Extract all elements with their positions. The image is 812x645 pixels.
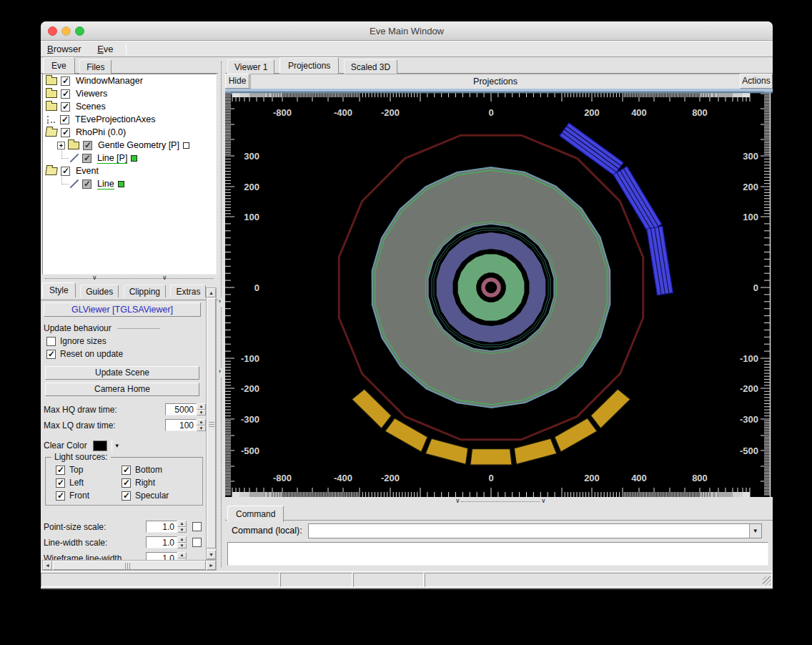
splitter-chevron-icon [541,498,546,504]
clear-color-swatch[interactable] [93,440,107,451]
tab-style[interactable]: Style [42,282,76,297]
checkbox-gentle-geometry[interactable] [83,141,92,150]
tree-label: Line [97,179,114,189]
scrollbar-thumb[interactable] [53,561,206,570]
svg-text:-300: -300 [241,414,259,425]
tree-item-windowmanager[interactable]: WindowManager [43,74,216,87]
tree-item-projectionaxes[interactable]: TEveProjectionAxes [43,113,216,126]
line-width-spinner[interactable]: 1.0 [146,536,187,548]
light-right-checkbox[interactable] [122,478,131,488]
ignore-sizes-checkbox[interactable] [46,337,56,346]
resize-grip-icon[interactable] [763,576,771,585]
checkbox-projectionaxes[interactable] [60,115,69,124]
spin-down-icon [197,425,206,432]
expand-icon[interactable] [57,142,65,149]
right-panel: Viewer 1 Projections Scaled 3D Hide Proj… [225,57,773,571]
menu-divider [126,44,127,55]
checkbox-scenes[interactable] [61,102,70,112]
tree-item-gentle-geometry[interactable]: Gentle Geometry [P] [43,139,216,152]
scroll-left-icon[interactable] [43,561,52,570]
tab-scaled-3d[interactable]: Scaled 3D [344,59,397,74]
color-dropdown-icon[interactable] [114,443,120,449]
svg-text:400: 400 [631,107,647,118]
tree-item-event[interactable]: Event [43,164,216,177]
max-hq-label: Max HQ draw time: [44,405,117,415]
light-front-checkbox[interactable] [56,491,65,501]
tree-item-scenes[interactable]: Scenes [43,100,216,113]
tab-files[interactable]: Files [79,59,112,74]
svg-text:0: 0 [488,107,493,118]
max-lq-label: Max LQ draw time: [44,420,116,430]
style-panel: GLViewer [TGLSAViewer] Update behaviour … [42,300,206,560]
geometry-color-marker[interactable] [183,142,189,149]
tab-clipping[interactable]: Clipping [124,285,166,297]
glviewer-button[interactable]: GLViewer [TGLSAViewer] [44,302,201,317]
tab-extras[interactable]: Extras [170,285,206,297]
splitter-chevron-icon [219,297,221,305]
style-tab-bar: Style Guides Clipping Extras [41,282,218,300]
title-bar[interactable]: Eve Main Window [41,21,773,41]
command-combobox[interactable] [308,523,762,538]
reset-on-update-row[interactable]: Reset on update [46,349,206,359]
update-scene-button[interactable]: Update Scene [45,366,199,380]
menu-browser[interactable]: Browser [41,41,88,54]
hide-button[interactable]: Hide [225,74,249,89]
wireframe-spinner[interactable]: 1.0 [146,552,187,560]
command-input[interactable] [309,524,749,538]
checkbox-windowmanager[interactable] [61,77,70,86]
checkbox-line-p[interactable] [82,154,91,163]
actions-button[interactable]: Actions [740,74,773,89]
horizontal-splitter[interactable] [41,275,218,282]
line-color-marker[interactable] [131,155,137,162]
canvas-splitter[interactable] [225,497,773,506]
max-hq-spinner[interactable]: 5000 [165,403,206,415]
tree-item-line-p[interactable]: Line [P] [43,152,216,164]
line-width-checkbox[interactable] [192,538,202,547]
command-output-area[interactable] [227,542,768,566]
light-top-checkbox[interactable] [56,466,65,475]
point-size-checkbox[interactable] [192,522,202,531]
reset-on-update-checkbox[interactable] [46,350,56,359]
tab-command[interactable]: Command [227,506,284,522]
scene-tree: WindowManager Viewers Scenes TEveProject… [42,74,217,275]
status-bar [41,571,773,587]
checkbox-rhophi[interactable] [61,128,70,137]
scroll-down-icon[interactable] [207,550,216,559]
ignore-sizes-row[interactable]: Ignore sizes [46,336,206,346]
light-left-checkbox[interactable] [56,478,65,488]
tab-guides[interactable]: Guides [80,285,119,297]
camera-home-button[interactable]: Camera Home [45,383,199,396]
scroll-up-icon[interactable] [207,288,216,297]
scroll-right-icon[interactable] [207,561,216,570]
light-specular-checkbox[interactable] [122,491,131,501]
style-panel-vertical-scrollbar[interactable] [206,287,217,560]
menu-eve[interactable]: Eve [91,41,119,54]
line-color-marker[interactable] [118,181,124,187]
folder-icon [68,142,79,149]
tree-item-rhophi[interactable]: RhoPhi (0.0) [43,126,216,139]
checkbox-viewers[interactable] [61,89,70,99]
gl-viewer-canvas[interactable]: -800-800-400-400-200-2000020020040040080… [225,89,773,497]
rhophi-projection-view[interactable]: -800-800-400-400-200-2000020020040040080… [225,89,773,497]
style-panel-horizontal-scrollbar[interactable] [42,560,217,571]
light-bottom-checkbox[interactable] [122,466,131,475]
divider [112,440,112,451]
tab-eve[interactable]: Eve [43,57,75,74]
max-lq-spinner[interactable]: 100 [165,419,206,431]
tab-viewer-1[interactable]: Viewer 1 [227,59,274,74]
checkbox-line[interactable] [82,179,91,189]
vertical-splitter[interactable] [218,57,225,571]
line-icon [70,154,79,163]
svg-text:800: 800 [692,473,708,483]
combo-dropdown-icon[interactable] [749,524,761,538]
tree-connector [61,149,69,159]
left-panel: Eve Files WindowManager Viewers Scenes [41,57,218,571]
tree-item-viewers[interactable]: Viewers [43,87,216,100]
line-width-label: Line-width scale: [44,538,107,548]
scrollbar-thumb[interactable] [207,298,216,548]
point-size-spinner[interactable]: 1.0 [146,521,187,533]
update-behaviour-header: Update behaviour [44,323,206,333]
tree-item-line[interactable]: Line [43,177,216,190]
tab-projections[interactable]: Projections [279,57,339,74]
svg-text:-200: -200 [381,473,400,483]
